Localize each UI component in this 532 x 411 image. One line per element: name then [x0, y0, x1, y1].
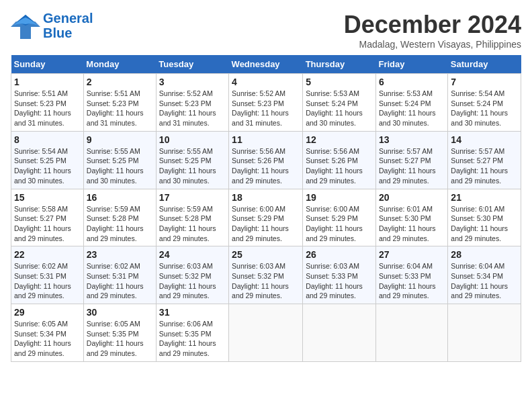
day-number: 31	[159, 307, 226, 318]
day-info: Sunrise: 6:05 AMSunset: 5:35 PMDaylight:…	[87, 320, 144, 357]
day-number: 19	[306, 192, 373, 203]
calendar-week-row: 8Sunrise: 5:54 AMSunset: 5:25 PMDaylight…	[11, 131, 521, 189]
day-number: 24	[159, 249, 226, 260]
day-info: Sunrise: 6:04 AMSunset: 5:34 PMDaylight:…	[451, 262, 508, 300]
table-row: 2Sunrise: 5:51 AMSunset: 5:23 PMDaylight…	[83, 74, 156, 132]
day-number: 25	[232, 249, 300, 260]
day-number: 8	[14, 134, 81, 145]
day-info: Sunrise: 5:59 AMSunset: 5:28 PMDaylight:…	[159, 205, 216, 242]
table-row: 15Sunrise: 5:58 AMSunset: 5:27 PMDayligh…	[11, 189, 84, 246]
table-row: 12Sunrise: 5:56 AMSunset: 5:26 PMDayligh…	[303, 131, 376, 189]
table-row	[229, 304, 303, 362]
day-info: Sunrise: 6:01 AMSunset: 5:30 PMDaylight:…	[379, 205, 436, 242]
day-number: 13	[379, 134, 445, 145]
day-number: 16	[87, 192, 153, 203]
table-row: 31Sunrise: 6:06 AMSunset: 5:35 PMDayligh…	[156, 304, 228, 362]
day-number: 29	[14, 307, 81, 318]
table-row: 29Sunrise: 6:05 AMSunset: 5:34 PMDayligh…	[11, 304, 84, 362]
day-number: 27	[379, 249, 445, 260]
table-row: 27Sunrise: 6:04 AMSunset: 5:33 PMDayligh…	[375, 246, 447, 304]
day-info: Sunrise: 5:54 AMSunset: 5:25 PMDaylight:…	[14, 147, 71, 185]
logo: General Blue	[11, 11, 93, 40]
day-number: 26	[306, 249, 373, 260]
day-info: Sunrise: 5:53 AMSunset: 5:24 PMDaylight:…	[306, 89, 363, 127]
header-saturday: Saturday	[448, 55, 521, 74]
day-number: 5	[306, 77, 373, 87]
day-number: 17	[159, 192, 226, 203]
table-row: 11Sunrise: 5:56 AMSunset: 5:26 PMDayligh…	[229, 131, 303, 189]
title-area: December 2024 Madalag, Western Visayas, …	[344, 11, 521, 50]
day-info: Sunrise: 5:57 AMSunset: 5:27 PMDaylight:…	[451, 147, 508, 185]
table-row: 21Sunrise: 6:01 AMSunset: 5:30 PMDayligh…	[448, 189, 521, 246]
day-number: 30	[87, 307, 153, 318]
day-number: 22	[14, 249, 81, 260]
table-row: 20Sunrise: 6:01 AMSunset: 5:30 PMDayligh…	[375, 189, 447, 246]
day-number: 21	[451, 192, 518, 203]
day-number: 12	[306, 134, 373, 145]
day-info: Sunrise: 6:03 AMSunset: 5:33 PMDaylight:…	[306, 262, 363, 300]
table-row: 25Sunrise: 6:03 AMSunset: 5:32 PMDayligh…	[229, 246, 303, 304]
logo-text: General Blue	[43, 11, 93, 40]
table-row: 16Sunrise: 5:59 AMSunset: 5:28 PMDayligh…	[83, 189, 156, 246]
table-row: 26Sunrise: 6:03 AMSunset: 5:33 PMDayligh…	[303, 246, 376, 304]
table-row: 24Sunrise: 6:03 AMSunset: 5:32 PMDayligh…	[156, 246, 228, 304]
table-row: 13Sunrise: 5:57 AMSunset: 5:27 PMDayligh…	[375, 131, 447, 189]
header-thursday: Thursday	[303, 55, 376, 74]
day-number: 3	[159, 77, 226, 87]
table-row: 30Sunrise: 6:05 AMSunset: 5:35 PMDayligh…	[83, 304, 156, 362]
day-info: Sunrise: 5:52 AMSunset: 5:23 PMDaylight:…	[159, 89, 216, 127]
header-sunday: Sunday	[11, 55, 84, 74]
day-number: 10	[159, 134, 226, 145]
day-info: Sunrise: 5:53 AMSunset: 5:24 PMDaylight:…	[379, 89, 436, 127]
day-info: Sunrise: 5:55 AMSunset: 5:25 PMDaylight:…	[87, 147, 144, 185]
day-info: Sunrise: 5:54 AMSunset: 5:24 PMDaylight:…	[451, 89, 508, 127]
table-row: 28Sunrise: 6:04 AMSunset: 5:34 PMDayligh…	[448, 246, 521, 304]
day-info: Sunrise: 5:51 AMSunset: 5:23 PMDaylight:…	[14, 89, 71, 127]
table-row: 19Sunrise: 6:00 AMSunset: 5:29 PMDayligh…	[303, 189, 376, 246]
table-row	[448, 304, 521, 362]
day-info: Sunrise: 6:06 AMSunset: 5:35 PMDaylight:…	[159, 320, 216, 357]
day-info: Sunrise: 6:04 AMSunset: 5:33 PMDaylight:…	[379, 262, 436, 300]
day-number: 6	[379, 77, 445, 87]
table-row: 5Sunrise: 5:53 AMSunset: 5:24 PMDaylight…	[303, 74, 376, 132]
weekday-header-row: Sunday Monday Tuesday Wednesday Thursday…	[11, 55, 521, 74]
calendar-week-row: 22Sunrise: 6:02 AMSunset: 5:31 PMDayligh…	[11, 246, 521, 304]
table-row: 4Sunrise: 5:52 AMSunset: 5:23 PMDaylight…	[229, 74, 303, 132]
table-row: 8Sunrise: 5:54 AMSunset: 5:25 PMDaylight…	[11, 131, 84, 189]
table-row: 14Sunrise: 5:57 AMSunset: 5:27 PMDayligh…	[448, 131, 521, 189]
day-info: Sunrise: 5:59 AMSunset: 5:28 PMDaylight:…	[87, 205, 144, 242]
table-row: 3Sunrise: 5:52 AMSunset: 5:23 PMDaylight…	[156, 74, 228, 132]
day-info: Sunrise: 6:01 AMSunset: 5:30 PMDaylight:…	[451, 205, 508, 242]
calendar-week-row: 15Sunrise: 5:58 AMSunset: 5:27 PMDayligh…	[11, 189, 521, 246]
day-info: Sunrise: 6:03 AMSunset: 5:32 PMDaylight:…	[159, 262, 216, 300]
day-number: 4	[232, 77, 300, 87]
day-number: 15	[14, 192, 81, 203]
day-number: 11	[232, 134, 300, 145]
header-tuesday: Tuesday	[156, 55, 228, 74]
calendar-week-row: 29Sunrise: 6:05 AMSunset: 5:34 PMDayligh…	[11, 304, 521, 362]
table-row: 9Sunrise: 5:55 AMSunset: 5:25 PMDaylight…	[83, 131, 156, 189]
day-number: 9	[87, 134, 153, 145]
day-number: 18	[232, 192, 300, 203]
day-number: 23	[87, 249, 153, 260]
table-row: 6Sunrise: 5:53 AMSunset: 5:24 PMDaylight…	[375, 74, 447, 132]
day-number: 1	[14, 77, 81, 87]
day-number: 20	[379, 192, 445, 203]
table-row: 23Sunrise: 6:02 AMSunset: 5:31 PMDayligh…	[83, 246, 156, 304]
day-info: Sunrise: 5:51 AMSunset: 5:23 PMDaylight:…	[87, 89, 144, 127]
day-info: Sunrise: 5:57 AMSunset: 5:27 PMDaylight:…	[379, 147, 436, 185]
page-header: General Blue December 2024 Madalag, West…	[11, 11, 521, 50]
header-wednesday: Wednesday	[229, 55, 303, 74]
calendar-table: Sunday Monday Tuesday Wednesday Thursday…	[11, 55, 521, 362]
day-info: Sunrise: 5:56 AMSunset: 5:26 PMDaylight:…	[232, 147, 289, 185]
day-info: Sunrise: 6:05 AMSunset: 5:34 PMDaylight:…	[14, 320, 71, 357]
logo-icon	[11, 12, 40, 39]
day-info: Sunrise: 5:58 AMSunset: 5:27 PMDaylight:…	[14, 205, 71, 242]
table-row: 22Sunrise: 6:02 AMSunset: 5:31 PMDayligh…	[11, 246, 84, 304]
day-info: Sunrise: 6:00 AMSunset: 5:29 PMDaylight:…	[306, 205, 363, 242]
day-info: Sunrise: 6:00 AMSunset: 5:29 PMDaylight:…	[232, 205, 289, 242]
location: Madalag, Western Visayas, Philippines	[344, 39, 521, 50]
day-info: Sunrise: 6:02 AMSunset: 5:31 PMDaylight:…	[14, 262, 71, 300]
header-friday: Friday	[375, 55, 447, 74]
table-row: 18Sunrise: 6:00 AMSunset: 5:29 PMDayligh…	[229, 189, 303, 246]
